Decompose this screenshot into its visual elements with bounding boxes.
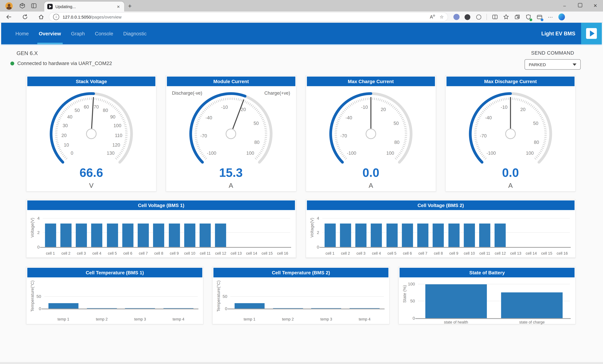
nav-overview[interactable]: Overview	[39, 23, 61, 44]
y-tick-label: 100	[404, 282, 415, 287]
card-title: Max Charge Current	[307, 77, 435, 86]
svg-text:0: 0	[71, 150, 73, 156]
bar-state-of-charge	[501, 293, 563, 319]
plot-area: 050100	[418, 281, 570, 318]
bar-slot	[418, 281, 494, 318]
nav-diagnostic[interactable]: Diagnostic	[123, 23, 147, 44]
bar-slot	[229, 216, 244, 247]
read-aloud-icon[interactable]: AӨ	[430, 14, 435, 20]
bar-temp-1	[235, 303, 265, 309]
x-tick-label: cell 1	[43, 251, 58, 256]
browser-essentials-icon[interactable]	[525, 14, 532, 20]
gauge-canvas: -100-70-40-1020508010015.3A	[169, 88, 294, 190]
refresh-button[interactable]	[20, 14, 30, 20]
bar-cell-7	[138, 223, 149, 247]
play-logo-button[interactable]	[581, 23, 602, 44]
plot-area: 024	[43, 216, 290, 247]
svg-text:50: 50	[254, 121, 259, 126]
minimize-button[interactable]: –	[557, 3, 572, 9]
gauge-canvas: -100-70-40-102050801000.0A	[308, 88, 433, 190]
x-tick-label: cell 16	[554, 251, 570, 256]
home-button[interactable]	[36, 14, 46, 20]
new-tab-button[interactable]: +	[128, 3, 132, 9]
svg-text:30: 30	[63, 123, 68, 128]
x-tick-label: cell 9	[166, 251, 182, 256]
cell-voltage-bms1-chart: Voltage(V)024cell 1cell 2cell 3cell 4cel…	[26, 211, 296, 258]
bar-slot	[82, 282, 121, 309]
browser-tab-active[interactable]: Updating... ✕	[44, 1, 124, 12]
favorites-bar-icon[interactable]	[503, 14, 509, 20]
restore-icon	[578, 3, 582, 7]
restore-button[interactable]	[572, 3, 588, 9]
bar-cell-9	[448, 223, 459, 247]
svg-text:-100: -100	[207, 150, 217, 156]
app-navbar: Home Overview Graph Console Diagnostic L…	[1, 23, 602, 45]
bar-slot	[244, 216, 259, 247]
x-tick-label: cell 4	[369, 251, 384, 256]
y-tick-label: 4	[29, 216, 40, 221]
x-tick-label: cell 2	[338, 251, 353, 256]
x-tick-label: cell 15	[539, 251, 555, 256]
favorite-star-icon[interactable]: ☆	[440, 14, 444, 20]
extension-badge-icon[interactable]	[453, 14, 460, 20]
nav-console[interactable]: Console	[95, 23, 113, 44]
url-path: /pages/overview	[91, 15, 122, 19]
x-tick-label: cell 3	[74, 251, 89, 256]
card-title: Cell Voltage (BMS 1)	[27, 200, 295, 210]
nav-home[interactable]: Home	[15, 23, 29, 44]
wallet-icon[interactable]	[536, 14, 543, 20]
x-tick-label: temp 2	[82, 317, 121, 321]
svg-text:20: 20	[520, 107, 525, 112]
bar-slot	[494, 281, 570, 318]
x-tick-label: temp 2	[269, 317, 307, 321]
svg-text:100: 100	[246, 150, 255, 156]
split-screen-icon[interactable]	[491, 14, 498, 20]
gauge-canvas: -100-70-40-102050801000.0A	[448, 88, 573, 190]
bar-slot	[523, 216, 539, 247]
bar-slot	[166, 216, 182, 247]
tracking-prevention-icon[interactable]	[464, 14, 471, 20]
profile-avatar[interactable]	[5, 2, 13, 10]
cell-temperature-bms2-card: Cell Temperature (BMS 2) Temperature(°C)…	[212, 267, 390, 324]
workspaces-icon[interactable]	[18, 1, 26, 10]
svg-text:60: 60	[84, 104, 89, 109]
card-title: Cell Voltage (BMS 2)	[307, 200, 575, 210]
close-button[interactable]: ✕	[588, 3, 603, 9]
address-bar[interactable]: i 127.0.0.1:5050/pages/overview AӨ ☆	[49, 13, 448, 21]
svg-text:50: 50	[75, 108, 80, 113]
bar-slot	[554, 216, 570, 247]
bar-slot	[259, 216, 275, 247]
bar-temp-3	[125, 308, 155, 309]
bar-temp-2	[87, 308, 117, 309]
y-tick-label: 0	[30, 306, 41, 311]
svg-text:80: 80	[103, 108, 108, 113]
svg-text:80: 80	[534, 140, 539, 145]
avatar-shoulders	[7, 7, 12, 10]
svg-text:-10: -10	[361, 105, 368, 110]
svg-text:0.0: 0.0	[502, 166, 519, 179]
copilot-icon[interactable]	[558, 14, 565, 20]
card-title: Cell Temperature (BMS 1)	[27, 268, 202, 277]
discharge-label: Discharge(-ve)	[172, 90, 202, 96]
privacy-octagon-icon[interactable]	[475, 14, 482, 20]
vertical-tabs-icon[interactable]	[30, 1, 38, 10]
tab-close-icon[interactable]: ✕	[116, 4, 121, 9]
svg-text:-40: -40	[345, 115, 352, 120]
plot-area: 024	[322, 216, 570, 247]
back-button[interactable]	[4, 14, 14, 20]
svg-text:-70: -70	[480, 133, 487, 139]
command-select[interactable]: PARKED	[525, 59, 581, 70]
x-tick-label: cell 11	[197, 251, 213, 256]
x-tick-label: state of health	[418, 320, 494, 324]
collections-add-icon[interactable]	[514, 14, 520, 20]
nav-graph[interactable]: Graph	[71, 23, 85, 44]
site-info-icon[interactable]: i	[53, 14, 59, 20]
bar-slot	[182, 216, 197, 247]
bar-slot	[121, 282, 159, 309]
module-current-gauge: Discharge(-ve) Charge(+ve) -100-70-40-10…	[166, 87, 296, 192]
y-tick-label: 50	[404, 299, 415, 304]
bar-slot	[230, 282, 269, 309]
svg-text:A: A	[369, 182, 373, 189]
settings-more-icon[interactable]: ⋯	[547, 14, 554, 20]
x-tick-label: cell 6	[120, 251, 136, 256]
